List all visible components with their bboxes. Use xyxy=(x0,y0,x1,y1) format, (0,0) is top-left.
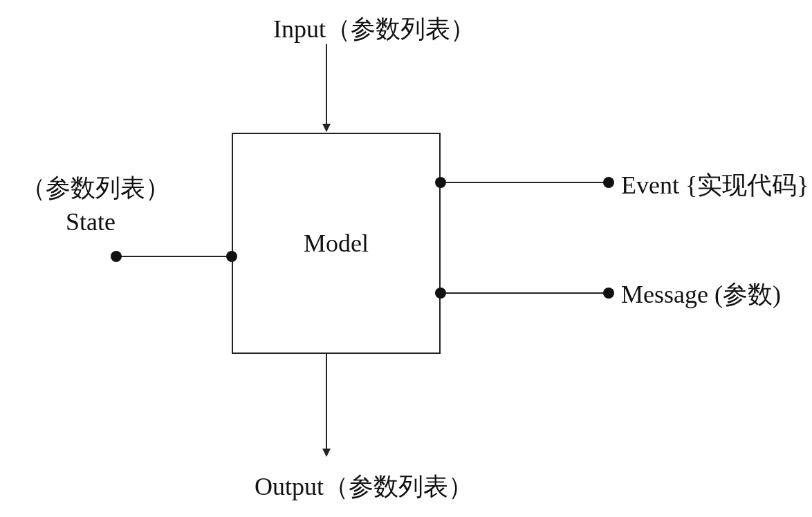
label-input: Input（参数列表） xyxy=(273,12,475,46)
dot-message-outer xyxy=(603,288,614,299)
label-state: State xyxy=(66,207,116,236)
model-box: Model xyxy=(232,133,441,354)
label-state-params: （参数列表） xyxy=(21,171,170,205)
label-output: Output（参数列表） xyxy=(255,470,473,504)
diagram-stage: Input（参数列表） （参数列表） State Model Event {实现… xyxy=(0,0,812,517)
dot-state-outer xyxy=(111,251,122,262)
label-event: Event {实现代码} xyxy=(621,169,809,203)
label-message: Message (参数) xyxy=(621,278,781,312)
dot-event-outer xyxy=(603,177,614,188)
label-model: Model xyxy=(304,229,369,258)
